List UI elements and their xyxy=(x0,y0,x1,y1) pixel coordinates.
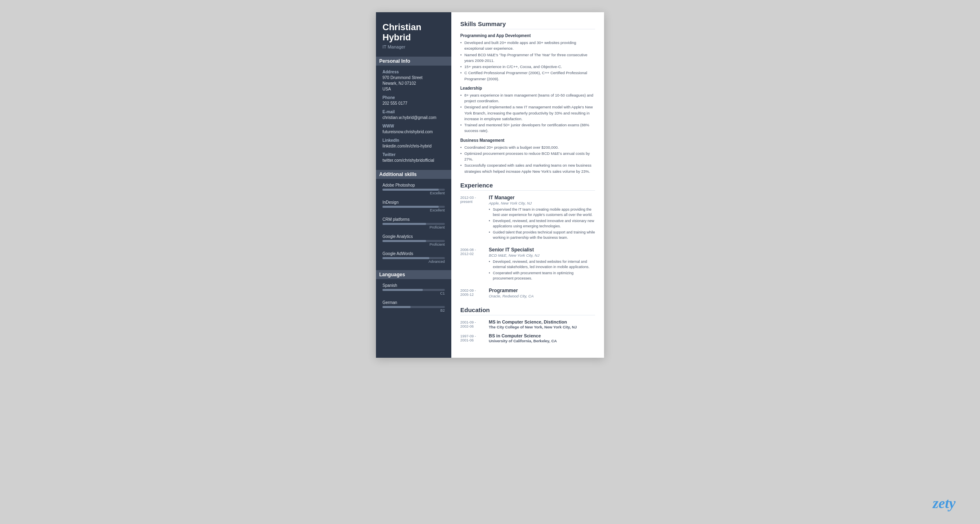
resume-document: Christian Hybrid IT Manager Personal Inf… xyxy=(376,12,604,358)
job-entry: 2012-03 -present IT Manager Apple, New Y… xyxy=(460,195,595,241)
category-title: Business Management xyxy=(460,138,595,143)
skill-bar-bg xyxy=(382,189,445,191)
linkedin-label: LinkedIn xyxy=(382,138,445,143)
language-bar-bg xyxy=(382,306,445,308)
category-bullets: Coordinated 20+ projects with a budget o… xyxy=(460,145,595,174)
job-entry: 2006-08 -2012-02 Senior IT Specialist BC… xyxy=(460,247,595,282)
skill-categories: Programming and App Development Develope… xyxy=(460,33,595,174)
skill-name: Google Analytics xyxy=(382,234,445,239)
languages-list: Spanish C1 German B2 xyxy=(382,283,445,313)
address-value: 970 Drummond Street Newark, NJ 07102 USA xyxy=(382,75,445,92)
twitter-value: twitter.com/chrishybridofficial xyxy=(382,158,445,163)
job-bullets: Supervised the IT team in creating mobil… xyxy=(489,207,595,241)
list-item: 15+ years experience in C/C++, Cocoa, an… xyxy=(460,64,595,70)
language-name: German xyxy=(382,300,445,305)
list-item: Optimized procurement processes to reduc… xyxy=(460,151,595,163)
language-bar-bg xyxy=(382,289,445,291)
resume-wrapper: Christian Hybrid IT Manager Personal Inf… xyxy=(376,12,604,358)
job-content: Programmer Oracle, Redwood City, CA xyxy=(489,288,595,300)
edu-degree: BS in Computer Science xyxy=(489,333,557,338)
candidate-name: Christian Hybrid xyxy=(382,22,445,43)
skill-bar-fill xyxy=(382,189,439,191)
skill-name: Adobe Photoshop xyxy=(382,183,445,187)
edu-entry: 1997-09 -2001-06 BS in Computer Science … xyxy=(460,333,595,343)
language-level: C1 xyxy=(382,291,445,295)
job-company: Apple, New York City, NJ xyxy=(489,201,595,205)
language-item: Spanish C1 xyxy=(382,283,445,295)
skill-level: Proficient xyxy=(382,242,445,247)
candidate-title: IT Manager xyxy=(382,44,445,49)
additional-skills-heading: Additional skills xyxy=(376,170,451,179)
skill-level: Advanced xyxy=(382,260,445,264)
edu-entry: 2001-09 -2002-06 MS in Computer Science,… xyxy=(460,319,595,329)
skill-category: Leadership 8+ years experience in team m… xyxy=(460,86,595,134)
linkedin-value: linkedin.com/in/chris-hybrid xyxy=(382,143,445,149)
skills-list: Adobe Photoshop Excellent InDesign Excel… xyxy=(382,183,445,264)
skill-bar-fill xyxy=(382,223,426,225)
job-company: BCD M&E, New York City, NJ xyxy=(489,253,595,258)
list-item: Trained and mentored 50+ junior develope… xyxy=(460,122,595,134)
experience-title: Experience xyxy=(460,182,595,191)
skill-category: Programming and App Development Develope… xyxy=(460,33,595,82)
edu-date: 2001-09 -2002-06 xyxy=(460,319,489,329)
list-item: Designed and implemented a new IT manage… xyxy=(460,104,595,122)
language-level: B2 xyxy=(382,308,445,313)
email-value: christian.w.hybrid@gmail.com xyxy=(382,115,445,121)
jobs-list: 2012-03 -present IT Manager Apple, New Y… xyxy=(460,195,595,300)
skill-bar-bg xyxy=(382,240,445,242)
list-item: 8+ years experience in team management (… xyxy=(460,92,595,104)
job-title: Programmer xyxy=(489,288,595,293)
phone-label: Phone xyxy=(382,95,445,100)
skill-item: Adobe Photoshop Excellent xyxy=(382,183,445,195)
list-item: Developed and built 20+ mobile apps and … xyxy=(460,40,595,52)
skills-summary-section: Skills Summary Programming and App Devel… xyxy=(460,20,595,174)
list-item: Developed, reviewed, and tested innovati… xyxy=(489,218,595,229)
edu-degree: MS in Computer Science, Distinction xyxy=(489,319,577,324)
education-section: Education 2001-09 -2002-06 MS in Compute… xyxy=(460,306,595,343)
skills-summary-title: Skills Summary xyxy=(460,20,595,29)
skill-name: Google AdWords xyxy=(382,251,445,256)
skill-name: InDesign xyxy=(382,200,445,205)
skill-bar-bg xyxy=(382,257,445,259)
language-name: Spanish xyxy=(382,283,445,288)
skill-bar-bg xyxy=(382,206,445,208)
skill-name: CRM platforms xyxy=(382,217,445,222)
resume-sidebar: Christian Hybrid IT Manager Personal Inf… xyxy=(376,12,451,358)
experience-section: Experience 2012-03 -present IT Manager A… xyxy=(460,182,595,300)
list-item: Developed, reviewed, and tested websites… xyxy=(489,259,595,270)
category-title: Leadership xyxy=(460,86,595,90)
skill-item: Google AdWords Advanced xyxy=(382,251,445,264)
list-item: C Certified Professional Programmer (200… xyxy=(460,70,595,82)
language-item: German B2 xyxy=(382,300,445,313)
job-content: Senior IT Specialist BCD M&E, New York C… xyxy=(489,247,595,282)
skill-level: Proficient xyxy=(382,225,445,229)
list-item: Named BCD M&E's 'Top Programmer of The Y… xyxy=(460,52,595,64)
job-content: IT Manager Apple, New York City, NJ Supe… xyxy=(489,195,595,241)
skill-bar-fill xyxy=(382,206,439,208)
job-entry: 2002-09 -2005-12 Programmer Oracle, Redw… xyxy=(460,288,595,300)
skill-bar-fill xyxy=(382,240,426,242)
skill-level: Excellent xyxy=(382,208,445,212)
edu-content: MS in Computer Science, Distinction The … xyxy=(489,319,577,329)
edu-date: 1997-09 -2001-06 xyxy=(460,333,489,343)
edu-list: 2001-09 -2002-06 MS in Computer Science,… xyxy=(460,319,595,343)
edu-school: University of California, Berkeley, CA xyxy=(489,339,557,343)
skill-bar-fill xyxy=(382,257,429,259)
email-label: E-mail xyxy=(382,110,445,114)
skill-category: Business Management Coordinated 20+ proj… xyxy=(460,138,595,174)
address-label: Address xyxy=(382,70,445,74)
list-item: Guided talent that provides technical su… xyxy=(489,230,595,241)
languages-heading: Languages xyxy=(376,270,451,279)
job-bullets: Developed, reviewed, and tested websites… xyxy=(489,259,595,282)
skill-item: InDesign Excellent xyxy=(382,200,445,212)
www-value: futureisnow.chrishybrid.com xyxy=(382,129,445,135)
language-bar-fill xyxy=(382,289,423,291)
job-title: Senior IT Specialist xyxy=(489,247,595,253)
resume-main: Skills Summary Programming and App Devel… xyxy=(451,12,604,358)
list-item: Coordinated 20+ projects with a budget o… xyxy=(460,145,595,150)
personal-info-heading: Personal Info xyxy=(376,57,451,66)
list-item: Cooperated with procurement teams in opt… xyxy=(489,271,595,282)
edu-school: The City College of New York, New York C… xyxy=(489,325,577,329)
www-label: WWW xyxy=(382,124,445,128)
skill-item: Google Analytics Proficient xyxy=(382,234,445,247)
